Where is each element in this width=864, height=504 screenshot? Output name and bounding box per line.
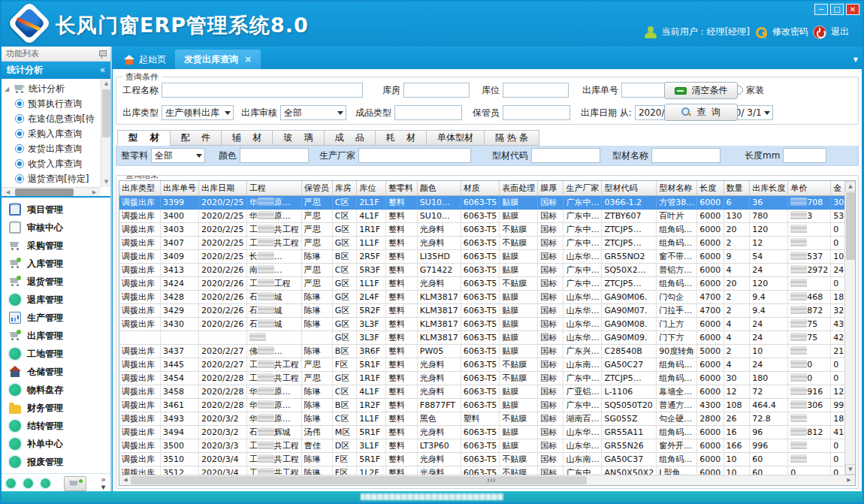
profile-name-input[interactable] <box>651 148 721 163</box>
sidebar-item-dot[interactable]: 退库管理 <box>2 291 110 309</box>
clear-conditions-button[interactable]: 清空条件 <box>664 82 738 99</box>
tree-vertical-scrollbar[interactable]: ▲ ▼ <box>101 79 110 187</box>
maximize-button[interactable]: □ <box>830 4 844 15</box>
column-header[interactable]: 出库长度 <box>750 181 788 195</box>
warehouse-input[interactable] <box>403 83 470 98</box>
close-tab-icon[interactable]: × <box>244 54 252 65</box>
tree-root-statistics[interactable]: ◢ 统计分析 <box>5 81 110 96</box>
change-password-link[interactable]: 修改密码 <box>772 26 808 38</box>
sidebar-item-dot[interactable]: 补单中心 <box>2 435 110 453</box>
material-tab[interactable]: 型 材 <box>117 130 171 146</box>
table-row[interactable]: 调拨出库34452020/2/27工共工程严思F区5R1F整料光身料6063-T… <box>119 358 855 371</box>
color-input[interactable] <box>240 148 309 163</box>
profile-code-input[interactable] <box>531 148 600 163</box>
scrollbar-thumb[interactable] <box>15 189 74 196</box>
radio-home-install[interactable]: 家装 <box>734 84 764 97</box>
audit-select[interactable]: 全部 <box>280 105 346 120</box>
table-row[interactable]: 调拨出库34942020/3/2石辉城汤伟M区5R1F整料光身料6063-T5贴… <box>119 425 855 439</box>
tree-item[interactable]: 预算执行查询 <box>5 96 110 111</box>
pin-icon[interactable] <box>98 50 106 59</box>
sidebar-item-chart[interactable]: 生产管理 <box>2 309 110 327</box>
whole-part-select[interactable]: 全部 <box>151 148 205 163</box>
sidebar-item-dot[interactable]: 结转管理 <box>2 417 110 435</box>
sidebar-item-dot[interactable]: 报废管理 <box>2 453 110 471</box>
table-row[interactable]: 调拨出库34292020/2/26石城陈琳G区5R2F整料KLM38176063… <box>119 303 855 317</box>
location-input[interactable] <box>503 83 569 98</box>
material-tab[interactable]: 玻 璃 <box>273 130 324 146</box>
table-row[interactable]: 调拨出库35002020/3/3工共工程曹佳D区3L1F整料LT3P606063… <box>119 439 855 452</box>
material-tab[interactable]: 单体型材 <box>427 130 485 146</box>
column-header[interactable]: 膜厚 <box>538 181 563 195</box>
sidebar-item-clipboard2[interactable]: 审核中心 <box>2 219 110 237</box>
more-modules-button[interactable]: »▾ <box>101 476 106 491</box>
table-row[interactable]: 调拨出库34242020/2/26工工程严思G区1L1F整料光身料6063-T5… <box>119 276 855 290</box>
table-row[interactable]: 调拨出库34072020/2/25工共工程严思G区1L1F整料光身料6063-T… <box>119 236 855 249</box>
sidebar-item-dot[interactable]: 工地管理 <box>2 345 110 363</box>
product-type-input[interactable] <box>394 105 462 120</box>
table-row[interactable]: 调拨出库34372020/2/27佛…陈琳B区3R6F整料PW056063-T5… <box>119 344 855 358</box>
column-header[interactable]: 型材代码 <box>602 181 657 195</box>
logout-link[interactable]: 退出 <box>831 26 849 38</box>
column-header[interactable]: 库位 <box>357 181 386 195</box>
sidebar-item-folder[interactable]: 财务管理 <box>2 399 110 417</box>
close-button[interactable]: ✕ <box>846 4 859 15</box>
tab-list-dropdown-icon[interactable]: ▼ <box>853 56 858 63</box>
table-row[interactable]: 调拨出库34282020/2/26石城陈琳G区2L4F整料KLM38176063… <box>119 290 855 303</box>
scroll-right-icon[interactable]: ▶ <box>844 475 854 485</box>
material-tab[interactable]: 辅 材 <box>222 130 273 146</box>
material-tab[interactable]: 耗 材 <box>376 130 427 146</box>
scroll-down-icon[interactable]: ▼ <box>101 177 110 187</box>
tab-shipping-query[interactable]: 发货出库查询× <box>175 50 261 69</box>
sidebar-item-home[interactable]: 仓储管理 <box>2 363 110 381</box>
tree-expander-icon[interactable]: ◢ <box>5 86 12 92</box>
column-header[interactable]: 工程 <box>246 181 301 195</box>
column-header[interactable]: 颜色 <box>417 181 461 195</box>
table-row[interactable]: 调拨出库34132020/2/26南…严思C区5R3F整料G714226063-… <box>119 263 855 276</box>
sidebar-item-clipboard[interactable]: 项目管理 <box>2 201 110 219</box>
length-input[interactable] <box>783 148 826 163</box>
column-header[interactable]: 整零料 <box>386 181 418 195</box>
column-header[interactable]: 出库类型 <box>119 181 161 195</box>
table-row[interactable]: 调拨出库34612020/2/28华原…陈琳B区1R2F整料F8877FT606… <box>119 398 855 412</box>
table-row[interactable]: 调拨出库34002020/2/25华原…严思C区4L1F整料SU10…6063-… <box>119 209 855 222</box>
sidebar-item-cart[interactable]: 采购管理 <box>2 237 110 255</box>
table-vertical-scrollbar[interactable]: ▲ ▼ <box>844 181 855 475</box>
manufacturer-input[interactable] <box>358 148 471 163</box>
table-row[interactable]: 调拨出库34092020/2/25长…陈琳B区2R5F整料LI35HD6063-… <box>119 249 855 263</box>
scroll-up-icon[interactable]: ▲ <box>845 181 855 192</box>
column-header[interactable]: 型材名称 <box>657 181 697 195</box>
collapse-icon[interactable]: « <box>100 62 105 78</box>
minimize-button[interactable]: ─ <box>814 4 828 15</box>
column-header[interactable]: 数量 <box>724 181 750 195</box>
column-header[interactable]: 保管员 <box>301 181 332 195</box>
module-dot-icon[interactable] <box>41 478 50 488</box>
scroll-left-icon[interactable]: ◀ <box>3 188 13 197</box>
sidebar-item-cart-green[interactable]: 退货管理 <box>2 273 110 291</box>
column-header[interactable]: 出库单号 <box>161 181 199 195</box>
column-header[interactable]: 生产厂家 <box>563 181 602 195</box>
tree-horizontal-scrollbar[interactable]: ◀ ▶ <box>2 187 101 196</box>
column-header[interactable]: 长度 <box>697 181 724 195</box>
tree-item[interactable]: 采购入库查询 <box>5 126 110 141</box>
sidebar-item-dot[interactable]: 物料盘存 <box>2 381 110 399</box>
search-button[interactable]: 查 询 <box>664 104 738 121</box>
table-row[interactable]: 调拨出库34582020/2/28华原…陈琳C区4L1F整料光身料6063-T5… <box>119 385 855 398</box>
table-row[interactable]: 调拨出库35122020/3/4工共工程陈琳F区1L2F整料光身料6063-T5… <box>119 466 855 475</box>
column-header[interactable]: 表面处理 <box>500 181 538 195</box>
tab-home[interactable]: 起始页 <box>115 50 175 69</box>
material-tab[interactable]: 配 件 <box>171 130 222 146</box>
tree-item[interactable]: 退货查询[待定] <box>5 171 110 186</box>
column-header[interactable]: 出库日期 <box>199 181 247 195</box>
scroll-down-icon[interactable]: ▼ <box>845 464 855 475</box>
project-name-input[interactable] <box>162 83 363 98</box>
table-row[interactable]: 调拨出库35102020/3/4工共工程陈琳F区5R1F整料光身料6063-T5… <box>119 452 855 466</box>
tree-item[interactable]: 在途信息查询[待 <box>5 111 110 126</box>
scrollbar-thumb[interactable] <box>131 476 587 484</box>
material-tab[interactable]: 隔 热 条 <box>485 130 539 146</box>
scroll-up-icon[interactable]: ▲ <box>101 79 110 89</box>
sidebar-group-header[interactable]: 统计分析 « <box>2 62 110 78</box>
sidebar-item-cart-green[interactable]: 出库管理 <box>2 327 110 345</box>
keeper-input[interactable] <box>503 105 570 120</box>
table-row[interactable]: G区3L3F整料KLM38176063-T5贴膜国标山东华…GA90M09.门下… <box>119 330 855 344</box>
table-row[interactable]: 调拨出库34302020/2/26石城陈琳G区3L3F整料KLM38176063… <box>119 317 855 330</box>
